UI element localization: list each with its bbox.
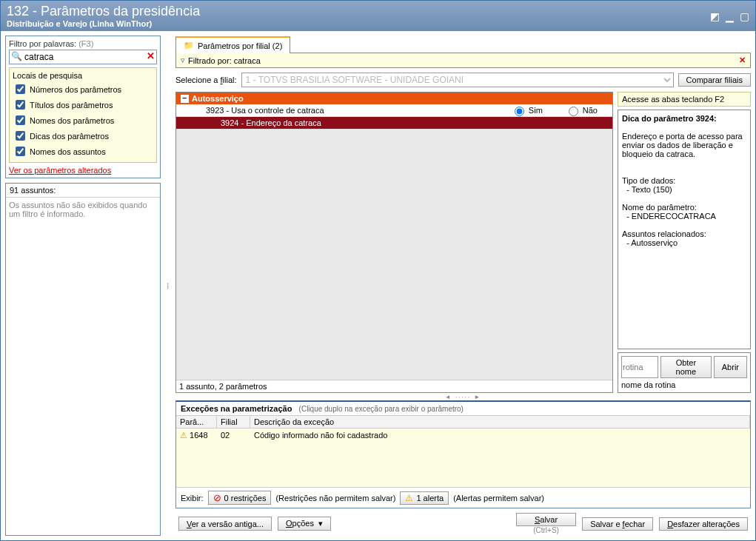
param-info: Dica do parâmetro 3924: Endereço e porta… (618, 110, 751, 349)
exception-row[interactable]: ⚠ 1648 02 Código informado não foi cadas… (176, 429, 750, 443)
search-locations-header: Locais de pesquisa (13, 71, 153, 80)
save-shortcut: (Ctrl+S) (516, 526, 576, 534)
warning-icon: ⚠ (405, 493, 413, 503)
f2-tip: Acesse as abas teclando F2 (618, 92, 751, 107)
save-button[interactable]: Salvar (516, 513, 576, 526)
clear-filter-button[interactable]: ✕ (147, 50, 155, 61)
alertas-hint: (Alertas permitem salvar) (453, 494, 544, 503)
ass-label: Assuntos relacionados: (622, 229, 706, 238)
vertical-splitter[interactable] (165, 36, 171, 536)
abrir-button[interactable]: Abrir (714, 356, 747, 378)
opt-nao[interactable]: Não (565, 104, 598, 116)
restricoes-hint: (Restrições não permitem salvar) (275, 494, 395, 503)
col-desc[interactable]: Descrição da exceção (250, 416, 750, 428)
ass-val: - Autosserviço (626, 238, 678, 247)
chk-subjects[interactable]: Nomes dos assuntos (13, 144, 153, 159)
param-row-3924[interactable]: 3924 - Endereço da catraca (176, 117, 612, 130)
active-filter-bar: ▿ Filtrado por: catraca ✕ (175, 53, 751, 68)
funnel-icon: ▿ (181, 56, 185, 65)
obter-nome-button[interactable]: Obter nome (660, 356, 712, 378)
maximize-button[interactable]: ▢ (740, 10, 749, 22)
restricoes-pill[interactable]: ⊘0 restrições (208, 491, 272, 505)
chk-hints[interactable]: Dicas dos parâmetros (13, 128, 153, 144)
chk-titles[interactable]: Títulos dos parâmetros (13, 97, 153, 112)
search-locations-box: Locais de pesquisa Números dos parâmetro… (9, 67, 157, 163)
warning-icon: ⚠ (180, 431, 187, 440)
filial-row: Selecione a filial: 1 - TOTVS BRASILIA S… (175, 68, 751, 92)
exceptions-title: Exceções na parametrização (181, 404, 292, 413)
save-close-button[interactable]: Salvar e fechar (582, 517, 653, 531)
param-row-3923[interactable]: 3923 - Usa o controle de catraca Sim Não (176, 104, 612, 117)
details-pane: Acesse as abas teclando F2 Dica do parâm… (618, 92, 751, 393)
app-window: 132 - Parâmetros da presidência Distribu… (0, 0, 756, 541)
rotina-input[interactable] (621, 356, 658, 378)
window-title: 132 - Parâmetros da presidência (7, 4, 200, 19)
subjects-panel: 91 assuntos: Os assuntos não são exibido… (5, 183, 161, 536)
tipo-val: - Texto (150) (626, 185, 672, 194)
tab-parametros-filial[interactable]: 📁 Parâmetros por filial (2) (175, 36, 290, 53)
subjects-header: 91 assuntos: (6, 184, 160, 198)
filter-input[interactable] (9, 50, 157, 64)
undo-button[interactable]: Desfazer alterações (659, 517, 748, 531)
minimize-button[interactable]: ▁ (726, 10, 734, 22)
exceptions-panel: Exceções na parametrização (Clique duplo… (175, 400, 751, 508)
search-icon: 🔍 (11, 51, 22, 61)
window-subtitle: Distribuição e Varejo (Linha WinThor) (7, 19, 200, 28)
error-icon: ⊘ (213, 492, 221, 503)
filter-label: Filtro por palavras: (9, 39, 76, 48)
subjects-empty-msg: Os assuntos não são exibidos quando um f… (6, 198, 160, 535)
chk-names[interactable]: Nomes dos parâmetros (13, 112, 153, 128)
group-header[interactable]: − Autosserviço (176, 93, 612, 104)
compare-filiais-button[interactable]: Comparar filiais (678, 73, 751, 87)
grid-footer: 1 assunto, 2 parâmetros (176, 380, 612, 392)
filter-panel: Filtro por palavras: (F3) 🔍 ✕ Locais de … (5, 36, 161, 178)
dica-body: Endereço e porta de acesso para enviar o… (622, 132, 743, 158)
horizontal-splitter[interactable]: ◄ ····· ► (175, 393, 751, 400)
tab-bar: 📁 Parâmetros por filial (2) (175, 36, 751, 53)
folder-icon: 📁 (184, 41, 194, 50)
opt-sim[interactable]: Sim (511, 104, 543, 116)
dica-title: Dica do parâmetro 3924: (622, 114, 717, 123)
rotina-desc: nome da rotina (621, 380, 747, 389)
exceptions-table: Parâ... Filial Descrição da exceção ⚠ 16… (176, 415, 750, 487)
nome-label: Nome do parâmetro: (622, 203, 697, 212)
col-param[interactable]: Parâ... (176, 416, 217, 428)
tipo-label: Tipo de dados: (622, 176, 675, 185)
nome-val: - ENDERECOCATRACA (626, 212, 716, 221)
chk-numbers[interactable]: Números dos parâmetros (13, 81, 153, 97)
options-button[interactable]: Opções ▾ (278, 517, 331, 531)
exibir-label: Exibir: (181, 494, 204, 503)
filial-label: Selecione a filial: (175, 75, 237, 84)
exceptions-subtitle: (Clique duplo na exceção para exibir o p… (299, 405, 464, 413)
footer-bar: Ver a versão antiga... Opções ▾ Salvar (… (175, 508, 751, 536)
param-grid: − Autosserviço 3923 - Usa o controle de … (175, 92, 613, 393)
remove-filter-button[interactable]: ✕ (739, 56, 746, 65)
col-filial[interactable]: Filial (217, 416, 250, 428)
filter-hint: (F3) (78, 39, 93, 48)
filial-select[interactable]: 1 - TOTVS BRASILIA SOFTWARE - UNIDADE GO… (241, 73, 674, 87)
active-filter-text: Filtrado por: catraca (188, 56, 261, 65)
edit-icon[interactable]: ◩ (710, 10, 720, 22)
collapse-icon[interactable]: − (181, 95, 189, 103)
table-header: Parâ... Filial Descrição da exceção (176, 416, 750, 429)
alertas-pill[interactable]: ⚠1 alerta (400, 491, 449, 505)
rotina-box: Obter nome Abrir nome da rotina (618, 352, 751, 393)
old-version-button[interactable]: Ver a versão antiga... (178, 517, 272, 531)
altered-params-link[interactable]: Ver os parâmetros alterados (9, 166, 111, 175)
exceptions-footer: Exibir: ⊘0 restrições (Restrições não pe… (176, 487, 750, 508)
title-bar: 132 - Parâmetros da presidência Distribu… (1, 1, 755, 31)
